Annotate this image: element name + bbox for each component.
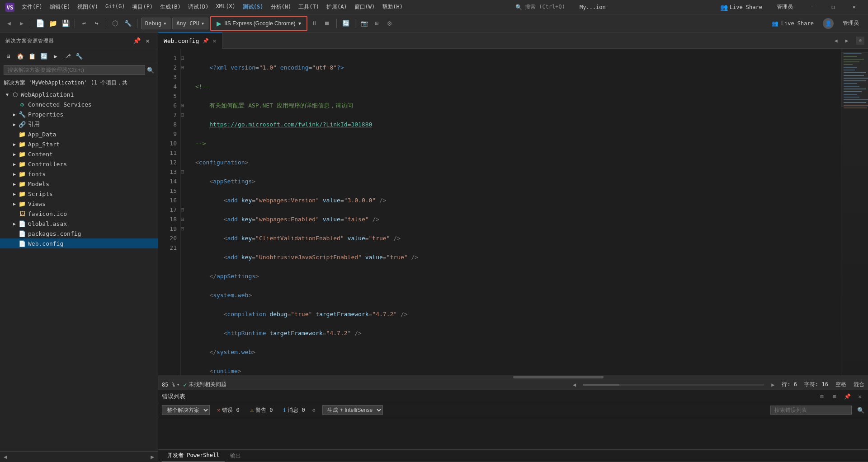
error-search-input[interactable]	[770, 406, 852, 415]
scope-dropdown[interactable]: 整个解决方案	[162, 405, 210, 415]
debug-config-dropdown[interactable]: Debug ▾	[141, 18, 170, 29]
stop-button[interactable]: ⏹	[322, 18, 333, 29]
status-info-container: ✓ 未找到相关问题	[183, 381, 226, 388]
back-button[interactable]: ◀	[4, 18, 14, 29]
toolbar: ◀ ▶ 📄 📁 💾 ↩ ↪ ⬡ 🔧 Debug ▾ Any CPU ▾ ▶ II…	[0, 14, 868, 33]
tab-webconfig[interactable]: Web.config 📌 ✕	[158, 33, 222, 49]
collapse-all-button[interactable]: ⊟	[4, 51, 14, 61]
menu-tools[interactable]: 工具(T)	[295, 1, 323, 13]
zoom-dropdown-arrow[interactable]: ▾	[177, 382, 179, 387]
tree-item-content[interactable]: ▶ 📁 Content	[0, 149, 158, 159]
warning-badge[interactable]: ⚠ 警告 0	[247, 406, 277, 415]
line-num-4: 4	[162, 82, 177, 91]
sidebar-search-icon[interactable]: 🔍	[147, 67, 154, 74]
redo-button[interactable]: ↪	[91, 18, 102, 29]
attach-button[interactable]: ⬡	[110, 18, 121, 29]
tree-item-models[interactable]: ▶ 📁 Models	[0, 179, 158, 189]
info-badge[interactable]: ℹ 消息 0	[280, 406, 308, 415]
forward-button[interactable]: ▶	[16, 18, 27, 29]
tab-scroll-right[interactable]: ▶	[842, 36, 852, 46]
sidebar-search-input[interactable]	[4, 65, 145, 75]
run-button[interactable]: ▶ IIS Express (Google Chrome) ▾	[212, 18, 305, 29]
scroll-left-indicator[interactable]: ◀	[573, 382, 576, 388]
menu-help[interactable]: 帮助(H)	[378, 1, 406, 13]
panel-dock-button[interactable]: ⊞	[830, 392, 839, 401]
menu-extensions[interactable]: 扩展(A)	[323, 1, 351, 13]
open-file-button[interactable]: 📁	[47, 18, 58, 29]
error-list-filter-icon[interactable]: ⚙	[312, 407, 316, 413]
panel-pin-button[interactable]: 📌	[843, 392, 852, 401]
build-filter-dropdown[interactable]: 生成 + IntelliSense	[322, 405, 383, 415]
refresh-button2[interactable]: 🔄	[39, 51, 49, 61]
horizontal-scrollbar[interactable]	[158, 375, 868, 379]
profile-icon[interactable]: 👤	[823, 18, 834, 29]
show-all-files-button[interactable]: 📋	[27, 51, 37, 61]
menu-git[interactable]: Git(G)	[102, 1, 128, 13]
filter-button[interactable]: 🔧	[74, 51, 84, 61]
tab-scroll-left[interactable]: ◀	[831, 36, 841, 46]
refresh-button[interactable]: 🔄	[340, 18, 351, 29]
undo-button[interactable]: ↩	[79, 18, 90, 29]
menu-analyze[interactable]: 分析(N)	[267, 1, 295, 13]
tab-close-webconfig[interactable]: ✕	[212, 37, 216, 44]
tree-item-webconfig[interactable]: › 📄 Web.config	[0, 238, 158, 248]
panel-close-button[interactable]: ✕	[855, 392, 864, 401]
maximize-button[interactable]: □	[823, 0, 844, 14]
menu-window[interactable]: 窗口(W)	[351, 1, 379, 13]
live-share-button[interactable]: 👥 Live Share	[715, 2, 768, 13]
tree-item-connected[interactable]: › ⚙ Connected Services	[0, 99, 158, 109]
tree-item-global[interactable]: ▶ 📄 Global.asax	[0, 219, 158, 229]
tree-item-favicon[interactable]: › 🖼 favicon.ico	[0, 209, 158, 219]
minimize-button[interactable]: ─	[802, 0, 823, 14]
scroll-right-indicator[interactable]: ▶	[771, 382, 774, 388]
manage-toolbar-btn[interactable]: 管理员	[837, 18, 864, 29]
live-share-toolbar-btn[interactable]: 👥 Live Share	[766, 19, 819, 28]
tree-item-refs[interactable]: ▶ 🔗 引用	[0, 119, 158, 129]
tree-item-scripts[interactable]: ▶ 📁 Scripts	[0, 189, 158, 199]
tree-item-webapp1[interactable]: ▼ ⬡ WebApplication1	[0, 89, 158, 99]
code-line-6: <configuration>	[195, 158, 841, 167]
tree-item-appstart[interactable]: ▶ 📁 App_Start	[0, 139, 158, 149]
tools-btn2[interactable]: 🔧	[123, 18, 133, 29]
ps-tab-output[interactable]: 输出	[225, 450, 246, 462]
tree-item-controllers[interactable]: ▶ 📁 Controllers	[0, 159, 158, 169]
git-sidebar-btn[interactable]: ⎇	[62, 51, 72, 61]
sidebar-scroll-right[interactable]: ▶	[151, 453, 154, 460]
tree-item-appdata[interactable]: › 📁 App_Data	[0, 129, 158, 139]
menu-file[interactable]: 文件(F)	[18, 1, 46, 13]
menu-edit[interactable]: 编辑(E)	[46, 1, 74, 13]
error-search-icon[interactable]: 🔍	[857, 407, 864, 414]
code-content[interactable]: <?xml version="1.0" encoding="utf-8"?> <…	[188, 49, 841, 375]
menu-test[interactable]: 测试(S)	[239, 1, 267, 13]
panel-float-button[interactable]: ⊟	[817, 392, 826, 401]
menu-debug[interactable]: 调试(D)	[184, 1, 212, 13]
tree-item-packages[interactable]: › 📄 packages.config	[0, 229, 158, 238]
layout-button[interactable]: ⊞	[372, 18, 382, 29]
platform-dropdown[interactable]: Any CPU ▾	[172, 18, 208, 29]
start-debug-btn[interactable]: ▶	[51, 51, 61, 61]
new-file-button[interactable]: 📄	[35, 18, 46, 29]
menu-view[interactable]: 视图(V)	[74, 1, 102, 13]
sidebar-scroll-left[interactable]: ◀	[4, 453, 7, 460]
sidebar-pin-button[interactable]: 📌	[132, 36, 142, 45]
close-button[interactable]: ✕	[844, 0, 864, 14]
menu-project[interactable]: 项目(P)	[128, 1, 156, 13]
save-button[interactable]: 💾	[60, 18, 71, 29]
menu-build[interactable]: 生成(B)	[156, 1, 184, 13]
tree-item-fonts[interactable]: ▶ 📁 fonts	[0, 169, 158, 179]
screenshot-button[interactable]: 📷	[359, 18, 370, 29]
tree-item-views[interactable]: ▶ 📁 Views	[0, 199, 158, 209]
error-badge[interactable]: ✕ 错误 0	[213, 406, 243, 415]
folder-icon-models: 📁	[18, 180, 26, 188]
sidebar-close-button[interactable]: ✕	[143, 36, 152, 45]
more-button[interactable]: ⚙	[384, 18, 395, 29]
properties-button[interactable]: 🏠	[15, 51, 25, 61]
menu-xml[interactable]: XML(X)	[212, 1, 239, 13]
zoom-control[interactable]: 85 % ▾	[162, 382, 179, 388]
h-scrollbar-thumb[interactable]	[513, 376, 604, 378]
manage-button[interactable]: 管理员	[771, 1, 798, 13]
tab-expand-button[interactable]: ⊕	[856, 37, 864, 45]
pause-button[interactable]: ⏸	[309, 18, 320, 29]
tree-item-properties[interactable]: ▶ 🔧 Properties	[0, 109, 158, 119]
ps-tab-powershell[interactable]: 开发者 PowerShell	[162, 450, 225, 462]
